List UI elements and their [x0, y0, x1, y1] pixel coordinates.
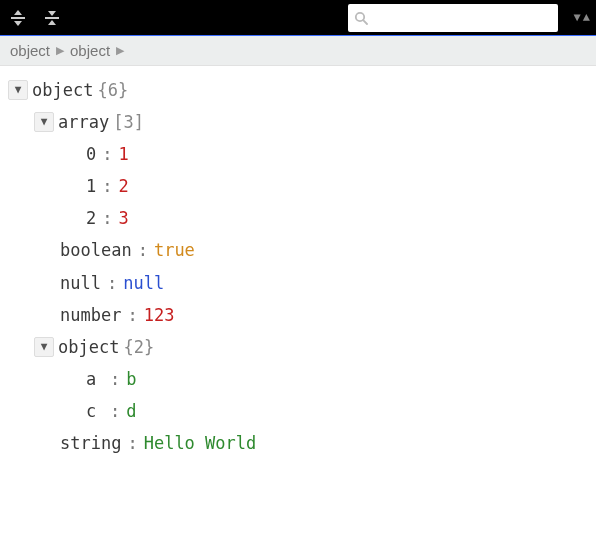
node-value: null	[123, 272, 164, 294]
node-key: 0	[86, 143, 96, 165]
svg-marker-5	[48, 20, 56, 25]
node-value: b	[126, 368, 136, 390]
tree-leaf[interactable]: null : null	[4, 267, 592, 299]
node-key: array	[58, 111, 109, 133]
disclosure-triangle-icon[interactable]: ▼	[8, 80, 28, 100]
node-key: object	[32, 79, 93, 101]
node-key: string	[60, 432, 121, 454]
node-value: d	[126, 400, 136, 422]
node-count: [3]	[113, 111, 144, 133]
chevron-right-icon: ▶	[56, 44, 64, 57]
breadcrumb: object ▶ object ▶	[0, 36, 596, 66]
collapse-all-icon[interactable]	[40, 6, 64, 30]
node-key: boolean	[60, 239, 132, 261]
disclosure-triangle-icon[interactable]: ▼	[34, 112, 54, 132]
node-value: 3	[119, 207, 129, 229]
tree-leaf[interactable]: string : Hello World	[4, 427, 592, 459]
breadcrumb-item[interactable]: object	[10, 42, 50, 59]
expand-all-icon[interactable]	[6, 6, 30, 30]
colon: :	[121, 432, 143, 454]
colon: :	[96, 175, 118, 197]
disclosure-triangle-icon[interactable]: ▼	[34, 337, 54, 357]
tree-leaf[interactable]: 1 : 2	[4, 170, 592, 202]
tree-node-root[interactable]: ▼ object {6}	[4, 74, 592, 106]
colon: :	[121, 304, 143, 326]
node-value: true	[154, 239, 195, 261]
search-prev-icon[interactable]: ▲	[583, 13, 590, 23]
tree-node-array[interactable]: ▼ array [3]	[4, 106, 592, 138]
tree-node-object[interactable]: ▼ object {2}	[4, 331, 592, 363]
colon: :	[96, 143, 118, 165]
search-next-icon[interactable]: ▼	[574, 13, 581, 23]
node-count: {2}	[123, 336, 154, 358]
tree-leaf[interactable]: number : 123	[4, 299, 592, 331]
node-value: 123	[144, 304, 175, 326]
search-box	[348, 4, 558, 32]
svg-rect-1	[11, 17, 25, 19]
node-key: 2	[86, 207, 96, 229]
search-nav: ▼ ▲	[574, 13, 590, 23]
tree-leaf[interactable]: a : b	[4, 363, 592, 395]
node-value: Hello World	[144, 432, 257, 454]
node-key: null	[60, 272, 101, 294]
colon: :	[101, 272, 123, 294]
search-icon	[354, 11, 368, 25]
node-key: 1	[86, 175, 96, 197]
node-key: a	[86, 368, 104, 390]
svg-line-7	[363, 20, 367, 24]
svg-marker-0	[14, 10, 22, 15]
tree-leaf[interactable]: 0 : 1	[4, 138, 592, 170]
chevron-right-icon: ▶	[116, 44, 124, 57]
node-key: number	[60, 304, 121, 326]
colon: :	[96, 207, 118, 229]
colon: :	[104, 400, 126, 422]
colon: :	[132, 239, 154, 261]
svg-rect-4	[45, 17, 59, 19]
node-count: {6}	[97, 79, 128, 101]
svg-marker-3	[48, 11, 56, 16]
colon: :	[104, 368, 126, 390]
tree-leaf[interactable]: c : d	[4, 395, 592, 427]
node-key: object	[58, 336, 119, 358]
toolbar: ▼ ▲	[0, 0, 596, 36]
node-value: 2	[119, 175, 129, 197]
tree-leaf[interactable]: boolean : true	[4, 234, 592, 266]
svg-marker-2	[14, 21, 22, 26]
breadcrumb-item[interactable]: object	[70, 42, 110, 59]
tree-leaf[interactable]: 2 : 3	[4, 202, 592, 234]
search-input[interactable]	[368, 4, 552, 32]
node-key: c	[86, 400, 104, 422]
json-tree: ▼ object {6} ▼ array [3] 0 : 1 1 : 2 2 :…	[0, 66, 596, 467]
node-value: 1	[119, 143, 129, 165]
